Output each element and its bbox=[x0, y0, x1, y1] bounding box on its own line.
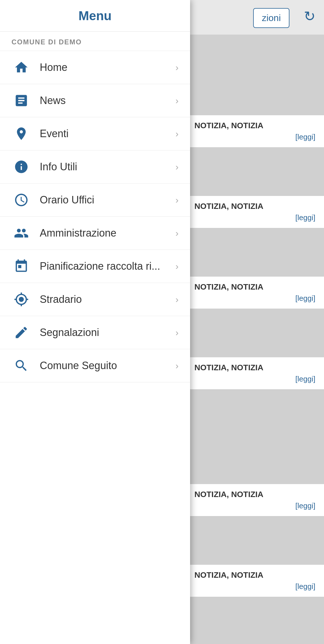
menu-item-eventi-label: Eventi bbox=[40, 128, 175, 140]
menu-item-orario-uffici-label: Orario Uffici bbox=[40, 194, 175, 206]
amministrazione-icon bbox=[12, 223, 31, 243]
clock-icon bbox=[12, 190, 31, 210]
chevron-right-icon: › bbox=[175, 62, 179, 73]
menu-item-pianificazione-label: Pianificazione raccolta ri... bbox=[40, 260, 175, 272]
menu-item-comune-seguito[interactable]: Comune Seguito › bbox=[0, 349, 190, 382]
menu-item-amministrazione-label: Amministrazione bbox=[40, 227, 175, 239]
menu-item-stradario[interactable]: Stradario › bbox=[0, 283, 190, 316]
bg-news-item-3: NOTIZIA, NOTIZIA [leggi] bbox=[186, 277, 324, 309]
chevron-right-icon: › bbox=[175, 95, 179, 106]
menu-title: Menu bbox=[79, 9, 112, 23]
calendar-icon bbox=[12, 256, 31, 276]
bg-news-item-1: NOTIZIA, NOTIZIA [leggi] bbox=[186, 115, 324, 148]
bg-news-item-5: NOTIZIA, NOTIZIA [leggi] bbox=[186, 484, 324, 516]
menu-item-news[interactable]: News › bbox=[0, 84, 190, 117]
menu-item-stradario-label: Stradario bbox=[40, 293, 175, 305]
menu-item-home-label: Home bbox=[40, 61, 175, 73]
chevron-right-icon: › bbox=[175, 228, 179, 239]
menu-item-comune-seguito-label: Comune Seguito bbox=[40, 360, 175, 372]
chevron-right-icon: › bbox=[175, 162, 179, 172]
menu-item-amministrazione[interactable]: Amministrazione › bbox=[0, 217, 190, 250]
chevron-right-icon: › bbox=[175, 294, 179, 305]
menu-item-news-label: News bbox=[40, 95, 175, 107]
menu-item-eventi[interactable]: Eventi › bbox=[0, 117, 190, 150]
menu-item-segnalazioni[interactable]: Segnalazioni › bbox=[0, 316, 190, 349]
refresh-icon[interactable]: ↻ bbox=[304, 8, 315, 24]
chevron-right-icon: › bbox=[175, 195, 179, 205]
chevron-right-icon: › bbox=[175, 327, 179, 338]
bg-news-item-6: NOTIZIA, NOTIZIA [leggi] bbox=[186, 565, 324, 597]
edit-icon bbox=[12, 323, 31, 342]
map-icon bbox=[12, 290, 31, 309]
menu-header: Menu bbox=[0, 0, 190, 32]
search-icon bbox=[12, 356, 31, 375]
notifiche-button[interactable]: zioni bbox=[253, 8, 289, 28]
menu-item-info-utili-label: Info Utili bbox=[40, 161, 175, 173]
home-icon bbox=[12, 58, 31, 77]
chevron-right-icon: › bbox=[175, 360, 179, 371]
menu-item-orario-uffici[interactable]: Orario Uffici › bbox=[0, 184, 190, 217]
menu-panel: Menu COMUNE DI DEMO Home › News › bbox=[0, 0, 190, 644]
menu-items-list: Home › News › Eventi › bbox=[0, 51, 190, 644]
menu-item-pianificazione[interactable]: Pianificazione raccolta ri... › bbox=[0, 250, 190, 283]
menu-item-home[interactable]: Home › bbox=[0, 51, 190, 84]
menu-item-info-utili[interactable]: Info Utili › bbox=[0, 150, 190, 184]
chevron-right-icon: › bbox=[175, 261, 179, 272]
menu-item-segnalazioni-label: Segnalazioni bbox=[40, 326, 175, 339]
chevron-right-icon: › bbox=[175, 129, 179, 139]
menu-section-title: COMUNE DI DEMO bbox=[0, 32, 190, 51]
news-icon bbox=[12, 91, 31, 110]
bg-news-item-2: NOTIZIA, NOTIZIA [leggi] bbox=[186, 196, 324, 228]
info-icon bbox=[12, 157, 31, 177]
eventi-icon bbox=[12, 124, 31, 143]
bg-news-item-4: NOTIZIA, NOTIZIA [leggi] bbox=[186, 357, 324, 390]
